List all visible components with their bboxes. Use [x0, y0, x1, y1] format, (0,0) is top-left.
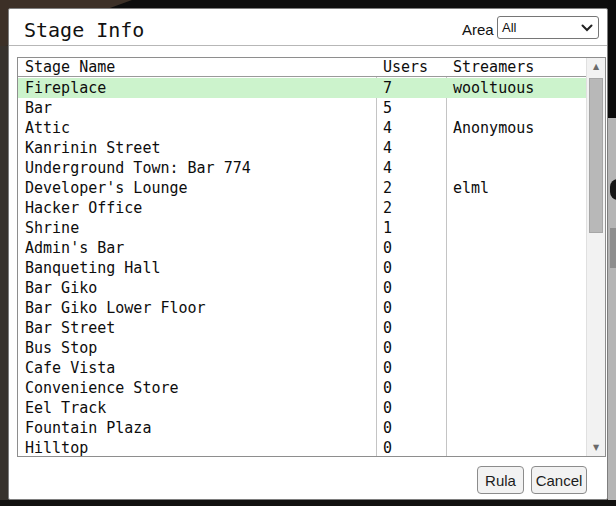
cell-users: 4	[383, 158, 392, 178]
cell-stage-name: Kanrinin Street	[25, 138, 160, 158]
table-row[interactable]: Bar Street 0	[18, 318, 586, 338]
cell-users: 0	[383, 418, 392, 438]
table-row[interactable]: Convenience Store 0	[18, 378, 586, 398]
scrollbar-up-button[interactable]: ▲	[587, 58, 605, 75]
table-row[interactable]: Bar 5	[18, 98, 586, 118]
table-row[interactable]: Developer's Lounge 2 elml	[18, 178, 586, 198]
scrollbar-down-button[interactable]: ▼	[587, 439, 605, 456]
background-left-strip	[0, 46, 8, 500]
arrow-down-icon: ▼	[593, 443, 599, 452]
scrollbar-thumb[interactable]	[589, 78, 603, 233]
cell-stage-name: Hacker Office	[25, 198, 142, 218]
cell-stage-name: Bar Giko	[25, 278, 97, 298]
cell-stage-name: Banqueting Hall	[25, 258, 160, 278]
cell-users: 4	[383, 118, 392, 138]
arrow-up-icon: ▲	[593, 62, 599, 71]
cell-users: 0	[383, 238, 392, 258]
row-container: Fireplace 7 wooltuous Bar 5 Attic 4 Anon…	[18, 78, 586, 457]
stage-table: Stage Name Users Streamers Fireplace 7 w…	[17, 57, 606, 457]
table-row[interactable]: Cafe Vista 0	[18, 358, 586, 378]
cell-stage-name: Fireplace	[25, 78, 106, 98]
column-header-streamers: Streamers	[453, 58, 534, 77]
dialog-title: Stage Info	[24, 18, 144, 42]
area-select[interactable]: All	[497, 16, 599, 39]
table-row[interactable]: Underground Town: Bar 774 4	[18, 158, 586, 178]
table-row[interactable]: Hacker Office 2	[18, 198, 586, 218]
cell-users: 0	[383, 258, 392, 278]
cell-users: 2	[383, 178, 392, 198]
cell-users: 0	[383, 318, 392, 338]
background-right-dark	[608, 0, 616, 118]
screen: Stage Info Area All Stage Name Users Str…	[0, 0, 616, 506]
cell-stage-name: Cafe Vista	[25, 358, 115, 378]
background-right-segment	[610, 228, 616, 268]
cell-users: 0	[383, 378, 392, 398]
cell-users: 0	[383, 298, 392, 318]
background-knob-icon	[610, 179, 616, 200]
table-content: Stage Name Users Streamers Fireplace 7 w…	[18, 58, 586, 456]
cell-users: 1	[383, 218, 392, 238]
table-row[interactable]: Fountain Plaza 0	[18, 418, 586, 438]
cell-users: 2	[383, 198, 392, 218]
table-scrollbar[interactable]: ▲ ▼	[586, 58, 605, 456]
table-row[interactable]: Bar Giko 0	[18, 278, 586, 298]
stage-info-dialog: Stage Info Area All Stage Name Users Str…	[8, 8, 608, 500]
cell-stage-name: Bus Stop	[25, 338, 97, 358]
table-row[interactable]: Eel Track 0	[18, 398, 586, 418]
cell-stage-name: Hilltop	[25, 438, 88, 457]
cell-users: 7	[383, 78, 392, 98]
cell-stage-name: Eel Track	[25, 398, 106, 418]
rula-button[interactable]: Rula	[477, 466, 524, 494]
cell-users: 4	[383, 138, 392, 158]
area-label: Area	[462, 21, 494, 38]
header-divider	[9, 45, 607, 46]
cell-users: 0	[383, 338, 392, 358]
table-row[interactable]: Attic 4 Anonymous	[18, 118, 586, 138]
cell-stage-name: Bar Street	[25, 318, 115, 338]
cell-streamers: wooltuous	[453, 78, 534, 98]
cell-stage-name: Admin's Bar	[25, 238, 124, 258]
area-select-value: All	[502, 20, 516, 35]
cell-streamers: elml	[453, 178, 489, 198]
cell-users: 0	[383, 438, 392, 457]
cell-stage-name: Underground Town: Bar 774	[25, 158, 251, 178]
table-row[interactable]: Admin's Bar 0	[18, 238, 586, 258]
cell-stage-name: Convenience Store	[25, 378, 179, 398]
cell-streamers: Anonymous	[453, 118, 534, 138]
cell-users: 0	[383, 278, 392, 298]
table-row[interactable]: Bus Stop 0	[18, 338, 586, 358]
table-row[interactable]: Kanrinin Street 4	[18, 138, 586, 158]
cancel-button[interactable]: Cancel	[531, 466, 587, 494]
table-header-row: Stage Name Users Streamers	[18, 58, 586, 77]
table-row[interactable]: Banqueting Hall 0	[18, 258, 586, 278]
table-row[interactable]: Hilltop 0	[18, 438, 586, 457]
table-row[interactable]: Fireplace 7 wooltuous	[18, 78, 586, 98]
cell-stage-name: Attic	[25, 118, 70, 138]
cell-stage-name: Fountain Plaza	[25, 418, 151, 438]
chevron-down-icon	[581, 24, 593, 32]
cell-users: 0	[383, 358, 392, 378]
column-header-users: Users	[383, 58, 428, 77]
column-header-stage-name: Stage Name	[25, 58, 115, 77]
table-row[interactable]: Bar Giko Lower Floor 0	[18, 298, 586, 318]
cell-users: 0	[383, 398, 392, 418]
table-row[interactable]: Shrine 1	[18, 218, 586, 238]
background-right-panel	[608, 118, 616, 500]
cell-stage-name: Shrine	[25, 218, 79, 238]
background-bottom-strip	[0, 500, 616, 506]
cell-stage-name: Bar Giko Lower Floor	[25, 298, 206, 318]
cell-users: 5	[383, 98, 392, 118]
cell-stage-name: Bar	[25, 98, 52, 118]
cell-stage-name: Developer's Lounge	[25, 178, 188, 198]
